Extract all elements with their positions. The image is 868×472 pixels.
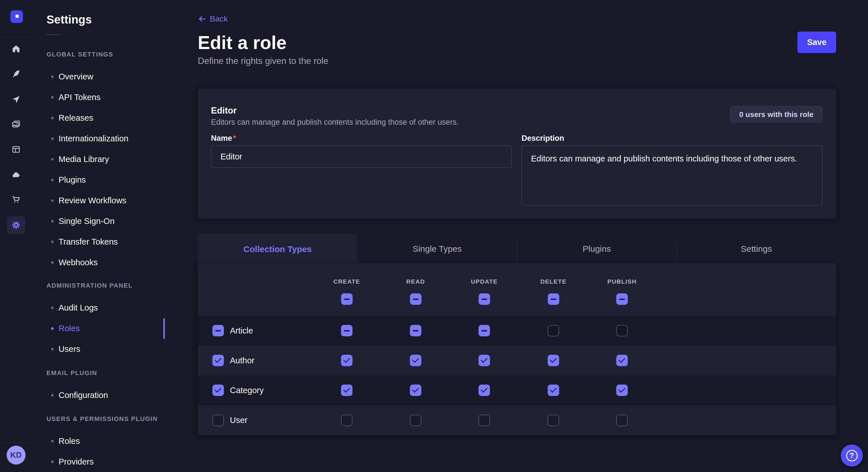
section-header: USERS & PERMISSIONS PLUGIN bbox=[46, 415, 165, 422]
sidebar-item-review-workflows[interactable]: Review Workflows bbox=[32, 190, 165, 211]
sidebar-item-label: Media Library bbox=[59, 155, 109, 164]
author-update-checkbox[interactable] bbox=[478, 355, 490, 366]
sidebar-item-roles[interactable]: Roles bbox=[32, 318, 165, 339]
category-update-checkbox[interactable] bbox=[478, 384, 490, 396]
cell bbox=[616, 325, 628, 336]
sidebar-item-releases[interactable]: Releases bbox=[32, 107, 165, 128]
back-arrow-icon bbox=[198, 14, 206, 23]
user-update-checkbox[interactable] bbox=[478, 415, 490, 426]
article-delete-checkbox[interactable] bbox=[548, 325, 559, 336]
sidebar-item-single-sign-on[interactable]: Single Sign-On bbox=[32, 211, 165, 231]
bullet-icon bbox=[51, 461, 54, 463]
sidebar-item-label: Single Sign-On bbox=[59, 216, 115, 226]
column-label: PUBLISH bbox=[608, 278, 637, 285]
strapi-logo-icon[interactable] bbox=[10, 10, 23, 23]
cell bbox=[616, 384, 628, 396]
author-read-checkbox[interactable] bbox=[410, 355, 422, 366]
article-publish-checkbox[interactable] bbox=[616, 325, 628, 336]
author-delete-checkbox[interactable] bbox=[548, 355, 559, 366]
user-read-checkbox[interactable] bbox=[410, 415, 422, 426]
cell bbox=[410, 384, 422, 396]
layout-icon[interactable] bbox=[7, 140, 25, 159]
sidebar-item-api-tokens[interactable]: API Tokens bbox=[32, 87, 165, 107]
rail-divider-top bbox=[0, 32, 32, 32]
select-all-update-checkbox[interactable] bbox=[478, 293, 490, 305]
select-all-delete-checkbox[interactable] bbox=[548, 293, 559, 305]
sidebar-item-overview[interactable]: Overview bbox=[32, 66, 165, 87]
bullet-icon bbox=[51, 307, 54, 309]
user-delete-checkbox[interactable] bbox=[548, 415, 559, 426]
row-label: Article bbox=[230, 326, 253, 336]
author-publish-checkbox[interactable] bbox=[616, 355, 628, 366]
table-row-author: Author bbox=[198, 345, 836, 375]
row-category-checkbox[interactable] bbox=[212, 384, 224, 396]
home-icon[interactable] bbox=[7, 40, 25, 58]
main-content: Back Edit a role Define the rights given… bbox=[165, 0, 868, 472]
author-create-checkbox[interactable] bbox=[341, 355, 352, 366]
article-update-checkbox[interactable] bbox=[478, 325, 490, 336]
cell bbox=[410, 415, 422, 426]
cell bbox=[616, 355, 628, 366]
paper-plane-icon[interactable] bbox=[7, 90, 25, 109]
media-pictures-icon[interactable] bbox=[7, 115, 25, 134]
user-create-checkbox[interactable] bbox=[341, 415, 352, 426]
row-user-checkbox[interactable] bbox=[212, 415, 224, 426]
sidebar-item-label: Users bbox=[59, 344, 81, 354]
save-button[interactable]: Save bbox=[797, 32, 836, 53]
sidebar-item-label: Audit Logs bbox=[59, 303, 98, 312]
category-publish-checkbox[interactable] bbox=[616, 384, 628, 396]
back-link[interactable]: Back bbox=[198, 14, 228, 24]
help-button[interactable]: ? bbox=[841, 444, 863, 467]
select-all-publish-checkbox[interactable] bbox=[616, 293, 628, 305]
column-read: READ bbox=[406, 264, 425, 305]
category-read-checkbox[interactable] bbox=[410, 384, 422, 396]
permissions-header-row: CREATEREADUPDATEDELETEPUBLISH bbox=[198, 264, 836, 316]
sidebar-item-media-library[interactable]: Media Library bbox=[32, 149, 165, 169]
select-all-read-checkbox[interactable] bbox=[410, 293, 422, 305]
tab-single-types[interactable]: Single Types bbox=[358, 234, 517, 264]
tab-plugins[interactable]: Plugins bbox=[517, 234, 677, 264]
sidebar-item-transfer-tokens[interactable]: Transfer Tokens bbox=[32, 231, 165, 252]
cart-icon[interactable] bbox=[7, 191, 25, 209]
subnav-section: ADMINISTRATION PANELAudit LogsRolesUsers bbox=[32, 282, 165, 359]
rail-divider-bottom bbox=[0, 442, 32, 443]
column-create: CREATE bbox=[333, 264, 360, 305]
sidebar-item-audit-logs[interactable]: Audit Logs bbox=[32, 297, 165, 318]
bullet-icon bbox=[51, 440, 54, 442]
required-asterisk: * bbox=[233, 134, 236, 142]
main-nav-rail: KD bbox=[0, 0, 32, 472]
back-label: Back bbox=[210, 14, 228, 24]
sidebar-item-label: Webhooks bbox=[59, 258, 98, 267]
sidebar-item-internationalization[interactable]: Internationalization bbox=[32, 128, 165, 149]
article-read-checkbox[interactable] bbox=[410, 325, 422, 336]
settings-subnav: Settings GLOBAL SETTINGSOverviewAPI Toke… bbox=[32, 0, 165, 472]
category-create-checkbox[interactable] bbox=[341, 384, 352, 396]
bullet-icon bbox=[51, 220, 54, 223]
description-textarea[interactable]: Editors can manage and publish contents … bbox=[522, 145, 823, 206]
sidebar-item-providers[interactable]: Providers bbox=[32, 451, 165, 472]
users-with-role-badge[interactable]: 0 users with this role bbox=[730, 106, 823, 123]
sidebar-item-users[interactable]: Users bbox=[32, 339, 165, 359]
sidebar-item-label: Roles bbox=[59, 324, 80, 333]
subnav-title-divider bbox=[46, 34, 60, 35]
column-update: UPDATE bbox=[471, 264, 497, 305]
settings-gear-icon[interactable] bbox=[7, 216, 25, 234]
row-article-checkbox[interactable] bbox=[212, 325, 224, 336]
article-create-checkbox[interactable] bbox=[341, 325, 352, 336]
tab-settings[interactable]: Settings bbox=[677, 234, 836, 264]
row-lead: User bbox=[212, 415, 247, 426]
sidebar-item-webhooks[interactable]: Webhooks bbox=[32, 252, 165, 273]
sidebar-item-roles[interactable]: Roles bbox=[32, 431, 165, 451]
category-delete-checkbox[interactable] bbox=[548, 384, 559, 396]
user-publish-checkbox[interactable] bbox=[616, 415, 628, 426]
sidebar-item-plugins[interactable]: Plugins bbox=[32, 169, 165, 190]
feather-pen-icon[interactable] bbox=[7, 65, 25, 83]
row-author-checkbox[interactable] bbox=[212, 355, 224, 366]
user-avatar[interactable]: KD bbox=[7, 446, 26, 465]
page-title: Edit a role bbox=[198, 32, 286, 53]
sidebar-item-configuration[interactable]: Configuration bbox=[32, 385, 165, 405]
name-input[interactable] bbox=[211, 145, 512, 168]
cloud-icon[interactable] bbox=[7, 166, 25, 184]
tab-collection-types[interactable]: Collection Types bbox=[198, 234, 358, 264]
select-all-create-checkbox[interactable] bbox=[341, 293, 352, 305]
